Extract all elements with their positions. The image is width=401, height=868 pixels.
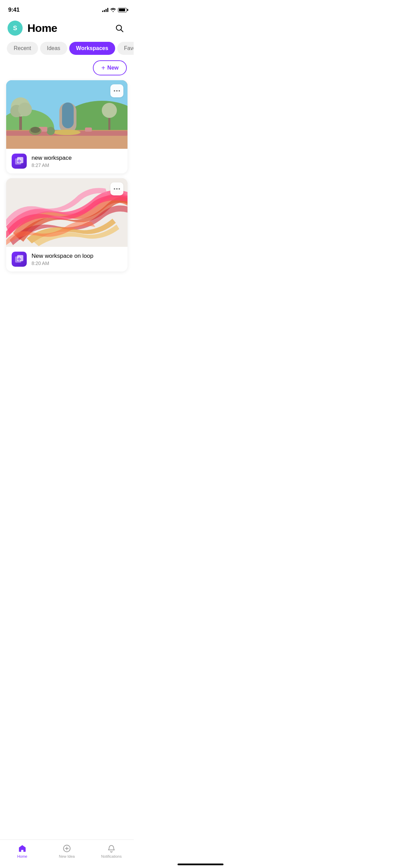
card-image-1 [6, 80, 127, 149]
card-image-2 [6, 178, 127, 247]
search-icon [115, 24, 124, 33]
plus-icon: + [101, 64, 105, 71]
new-button[interactable]: + New [93, 60, 127, 75]
wifi-icon [110, 8, 116, 12]
card-2-body: New workspace on loop 8:20 AM [6, 247, 127, 272]
svg-point-14 [18, 103, 32, 116]
card-1-info: new workspace 8:27 AM [32, 155, 72, 168]
svg-rect-9 [62, 103, 74, 128]
header: S Home [0, 17, 134, 40]
card-1-name: new workspace [32, 155, 72, 161]
card-1-more-button[interactable] [110, 84, 123, 97]
page-title: Home [27, 22, 57, 35]
tab-ideas[interactable]: Ideas [40, 42, 67, 55]
svg-point-17 [47, 127, 55, 135]
workspace-card-2[interactable]: New workspace on loop 8:20 AM [6, 178, 127, 272]
dot-3 [119, 90, 120, 92]
tabs-container: Recent Ideas Workspaces Favourites [0, 40, 134, 60]
card-2-name: New workspace on loop [32, 253, 93, 260]
svg-point-16 [102, 103, 117, 118]
card-2-more-button[interactable] [110, 182, 123, 195]
svg-line-1 [121, 30, 123, 32]
dot-1 [114, 90, 115, 92]
workspace-logo-icon [14, 156, 24, 166]
dot-6 [119, 188, 120, 190]
workspace-icon-1 [12, 154, 27, 169]
workspace-icon-2 [12, 252, 27, 267]
new-btn-container: + New [0, 60, 134, 80]
status-bar: 9:41 [0, 0, 134, 17]
landscape-illustration [6, 80, 127, 149]
card-2-time: 8:20 AM [32, 261, 93, 266]
swirl-illustration [6, 178, 127, 247]
search-button[interactable] [112, 21, 126, 35]
status-time: 9:41 [8, 7, 20, 13]
svg-point-21 [31, 127, 40, 133]
signal-icon [102, 8, 108, 12]
svg-rect-19 [85, 128, 92, 132]
cards-container: new workspace 8:27 AM [0, 80, 134, 272]
dot-4 [114, 188, 115, 190]
card-1-time: 8:27 AM [32, 162, 72, 168]
svg-point-10 [53, 130, 81, 135]
battery-icon [118, 8, 127, 12]
status-icons [102, 8, 127, 12]
avatar[interactable]: S [8, 21, 23, 36]
tab-recent[interactable]: Recent [7, 42, 38, 55]
tab-workspaces[interactable]: Workspaces [69, 42, 115, 55]
header-left: S Home [8, 21, 57, 36]
card-2-info: New workspace on loop 8:20 AM [32, 253, 93, 266]
workspace-card-1[interactable]: new workspace 8:27 AM [6, 80, 127, 173]
dot-5 [116, 188, 118, 190]
tab-favourites[interactable]: Favourites [117, 42, 134, 55]
workspace-logo-icon-2 [14, 254, 24, 264]
dot-2 [116, 90, 118, 92]
card-1-body: new workspace 8:27 AM [6, 149, 127, 173]
